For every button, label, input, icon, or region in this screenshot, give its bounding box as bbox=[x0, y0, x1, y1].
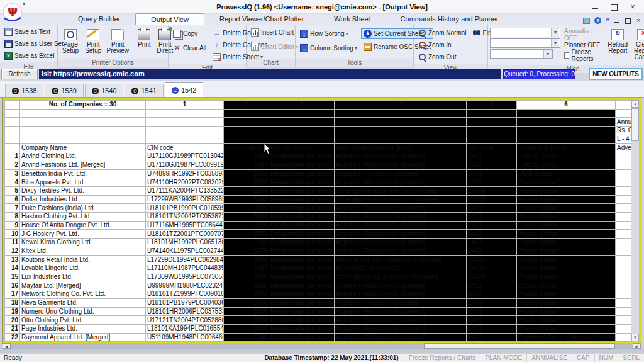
company-name-link[interactable]: Koutons Retail India Ltd. bbox=[20, 256, 146, 264]
company-name-link[interactable]: Raymond Apparel Ltd. [Merged] bbox=[20, 333, 146, 342]
company-name-link[interactable]: Hasbro Clothing Pvt. Ltd. bbox=[20, 212, 146, 221]
industry-group-cell[interactable]: Readymade garments bbox=[269, 169, 335, 178]
planner-toggle[interactable]: Planner OFF bbox=[564, 42, 601, 48]
incorporation-year-cell[interactable]: 1980 bbox=[224, 281, 269, 290]
industry-group-cell[interactable]: Readymade garments bbox=[269, 247, 335, 256]
incorporation-year-cell[interactable]: 2001 bbox=[224, 230, 269, 239]
mdi-restore-button[interactable] bbox=[625, 18, 631, 24]
nic-code-cell[interactable]: 14309 bbox=[467, 273, 517, 281]
annualise-toggle[interactable]: Annualise OFF bbox=[564, 28, 601, 42]
product-group-cell[interactable]: Apparels (Readymade garment) bbox=[335, 290, 467, 299]
sheet-tab-1541[interactable]: C1541 bbox=[125, 84, 163, 97]
mdi-close-button[interactable]: × bbox=[635, 18, 641, 24]
incorporation-year-cell[interactable]: 1948 bbox=[224, 333, 269, 342]
company-name-link[interactable]: Lux Industries Ltd. bbox=[20, 273, 146, 281]
nic-code-cell[interactable]: 1410 bbox=[467, 239, 517, 247]
menu-tab-output-view[interactable]: Output View bbox=[135, 13, 204, 25]
incorporation-year-cell[interactable]: 1990 bbox=[224, 204, 269, 213]
product-group-cell[interactable]: Apparels (Readymade garment) bbox=[335, 161, 467, 169]
ownership-group-cell[interactable]: Private (Indian) bbox=[517, 324, 616, 333]
freeze-reports-checkbox[interactable]: Freeze Reports bbox=[564, 48, 601, 62]
product-group-cell[interactable]: Men's shirts, etc., knitted or crocheted bbox=[335, 256, 467, 264]
product-group-cell[interactable]: Other garments, knitted or crocheted bbox=[335, 273, 467, 281]
product-group-cell[interactable]: Other garments, knitted or crocheted bbox=[335, 195, 467, 204]
menu-tab-report-viewer-chart-plotter[interactable]: Report Viewer/Chart Plotter bbox=[204, 13, 319, 25]
company-name-link[interactable]: Dixcy Textiles Pvt. Ltd. bbox=[20, 186, 146, 195]
ownership-group-cell[interactable]: Private (Indian) bbox=[517, 178, 616, 187]
header-nic-code[interactable]: NIC code bbox=[467, 144, 517, 152]
row-sorting-button[interactable]: ↕Row Sorting▾ bbox=[297, 28, 360, 39]
product-group-cell[interactable]: Apparels (Readymade garment) bbox=[335, 307, 467, 316]
product-group-cell[interactable]: Apparels (Readymade garment) bbox=[335, 324, 467, 333]
sheet-tab-1542[interactable]: C1542 bbox=[165, 82, 203, 97]
product-group-cell[interactable]: Apparels (Readymade garment) bbox=[335, 204, 467, 213]
zoom-out-button[interactable]: Zoom Out bbox=[416, 52, 469, 62]
nic-code-cell[interactable]: 1410 bbox=[467, 290, 517, 299]
prowessiq-link[interactable]: https://prowessiq.cmie.com bbox=[53, 70, 145, 77]
nic-code-cell[interactable]: 1410 bbox=[467, 178, 517, 187]
cin-code[interactable]: U18101PB1990PLC010599 bbox=[146, 204, 224, 213]
header-company-name[interactable]: Company Name bbox=[20, 144, 146, 152]
incorporation-year-cell[interactable]: 1993 bbox=[224, 195, 269, 204]
cin-code[interactable]: U18101TZ1999PTC009010 bbox=[146, 290, 224, 299]
incorporation-year-cell[interactable]: 1995 bbox=[224, 273, 269, 281]
ownership-group-cell[interactable]: Private (Indian) bbox=[517, 298, 616, 307]
cin-code[interactable]: L17309WB1995PLC073053 bbox=[146, 273, 224, 281]
sheet-tab-1538[interactable]: C1538 bbox=[5, 84, 43, 97]
scroll-right-arrow-icon[interactable]: ▶ bbox=[633, 343, 641, 349]
incorporation-year-cell[interactable]: 1992 bbox=[224, 169, 269, 178]
incorporation-year-cell[interactable]: 1999 bbox=[224, 290, 269, 299]
nic-code-cell[interactable]: 1430 bbox=[467, 298, 517, 307]
page-setup-button[interactable]: Page Setup bbox=[60, 26, 81, 57]
row-number[interactable]: 14 bbox=[5, 264, 20, 273]
column-number-6[interactable]: 6 bbox=[517, 101, 616, 110]
print-button[interactable]: Print bbox=[135, 26, 153, 57]
company-name-link[interactable]: Otto Clothing Pvt. Ltd. bbox=[20, 316, 146, 325]
column-number-1[interactable]: 1 bbox=[146, 101, 224, 110]
product-group-cell[interactable]: Apparels (Readymade garment) bbox=[335, 247, 467, 256]
cin-code[interactable]: U18101TZ2001PTC009707 bbox=[146, 230, 224, 239]
cin-code[interactable]: U18101PB1979PLC004036 bbox=[146, 298, 224, 307]
zoom-normal-button[interactable]: Zoom Normal bbox=[416, 28, 469, 38]
ownership-group-cell[interactable]: Private (Indian) bbox=[517, 264, 616, 273]
copy-button[interactable]: Copy bbox=[170, 28, 209, 39]
scroll-left-arrow-icon[interactable]: ◀ bbox=[3, 343, 11, 349]
industry-group-cell[interactable]: Readymade garments bbox=[269, 298, 335, 307]
company-name-link[interactable]: Network Clothing Co. Pvt. Ltd. bbox=[20, 290, 146, 299]
nic-code-cell[interactable]: 1410 bbox=[467, 333, 517, 342]
row-number[interactable]: 9 bbox=[5, 221, 20, 230]
maximize-button[interactable] bbox=[610, 3, 618, 11]
incorporation-year-cell[interactable]: 1994 bbox=[224, 324, 269, 333]
nic-code-cell[interactable]: 1410 bbox=[467, 316, 517, 325]
cin-code[interactable]: L17110MH1987PLC044835 bbox=[146, 264, 224, 273]
print-setup-button[interactable]: Print Setup bbox=[82, 26, 104, 57]
cin-code[interactable]: U17116MH1995PTC086449 bbox=[146, 221, 224, 230]
row-number[interactable]: 19 bbox=[5, 307, 20, 316]
cin-code[interactable]: U51109MH1948PLC006460 bbox=[146, 333, 224, 342]
scroll-down-arrow-icon[interactable]: ▼ bbox=[631, 334, 639, 341]
row-number[interactable]: 16 bbox=[5, 281, 20, 290]
industry-group-cell[interactable]: Readymade garments bbox=[269, 195, 335, 204]
save-as-user-set-button[interactable]: Save as User Set bbox=[2, 38, 55, 49]
row-number[interactable]: 8 bbox=[5, 212, 20, 221]
cin-code[interactable]: U74899HR1992FTC035893 bbox=[146, 169, 224, 178]
refresh-button[interactable]: Refresh bbox=[1, 69, 38, 79]
industry-group-cell[interactable]: Readymade garments bbox=[269, 273, 335, 281]
company-name-link[interactable]: Duke Fashions (India) Ltd. bbox=[20, 204, 146, 213]
row-number[interactable]: 17 bbox=[5, 290, 20, 299]
product-group-cell[interactable]: Other garments, knitted or crocheted bbox=[335, 186, 467, 195]
industry-group-cell[interactable]: Readymade garments bbox=[269, 204, 335, 213]
cin-code[interactable]: U74110HR2002PTC083029 bbox=[146, 178, 224, 187]
column-number-3[interactable]: 3 bbox=[269, 101, 335, 110]
nic-code-cell[interactable]: 1410 bbox=[467, 161, 517, 169]
row-number[interactable]: 20 bbox=[5, 316, 20, 325]
cin-code[interactable]: L17299WB1993PLC058969 bbox=[146, 195, 224, 204]
industry-group-cell[interactable]: Readymade garments bbox=[269, 161, 335, 169]
header-incorporation-year[interactable]: Incorporation year bbox=[224, 144, 269, 152]
product-group-cell[interactable]: Apparels (Readymade garment) bbox=[335, 152, 467, 161]
close-button[interactable]: × bbox=[629, 3, 636, 11]
product-group-cell[interactable]: Apparels (Readymade garment) bbox=[335, 221, 467, 230]
nic-code-cell[interactable]: 1410 bbox=[467, 247, 517, 256]
industry-group-cell[interactable]: Readymade garments bbox=[269, 178, 335, 187]
industry-group-cell[interactable]: Readymade garments bbox=[269, 186, 335, 195]
